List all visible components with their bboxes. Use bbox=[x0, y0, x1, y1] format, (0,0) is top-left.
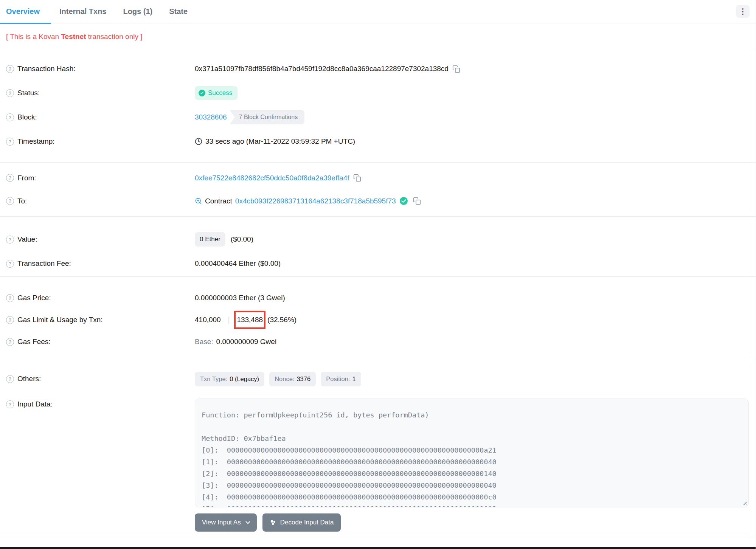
help-icon[interactable]: ? bbox=[6, 400, 14, 408]
help-icon[interactable]: ? bbox=[6, 294, 14, 302]
from-address-link[interactable]: 0xfee7522e8482682cf50ddc50a0f8da2a39effa… bbox=[195, 174, 349, 182]
to-row: ?To: Contract 0x4cb093f226983713164a6213… bbox=[0, 189, 756, 212]
help-icon[interactable]: ? bbox=[6, 260, 14, 268]
tab-overview[interactable]: Overview bbox=[0, 0, 51, 23]
gas-fees-row: ?Gas Fees: Base: 0.000000009 Gwei bbox=[0, 331, 756, 353]
timestamp-label: Timestamp: bbox=[17, 137, 55, 146]
testnet-notice: [ This is a Kovan Testnet transaction on… bbox=[6, 33, 750, 41]
gas-price-row: ?Gas Price: 0.000000003 Ether (3 Gwei) bbox=[0, 287, 756, 309]
value-usd: ($0.00) bbox=[231, 235, 253, 243]
tab-state[interactable]: State bbox=[161, 0, 196, 23]
help-icon[interactable]: ? bbox=[6, 197, 14, 205]
transaction-hash-value: 0x371a51097fb78df856f8b4a7bd459f192d8cc8… bbox=[195, 65, 449, 73]
copy-icon[interactable] bbox=[353, 174, 361, 182]
status-row: ?Status: Success bbox=[0, 81, 756, 105]
from-row: ?From: 0xfee7522e8482682cf50ddc50a0f8da2… bbox=[0, 166, 756, 189]
copy-icon[interactable] bbox=[413, 197, 421, 205]
testnet-notice-section: [ This is a Kovan Testnet transaction on… bbox=[0, 23, 756, 49]
from-label: From: bbox=[17, 174, 36, 182]
block-label: Block: bbox=[17, 113, 37, 121]
base-fee-label: Base: bbox=[195, 338, 213, 346]
input-data-row: ?Input Data: Function: performUpkeep(uin… bbox=[0, 399, 756, 532]
help-icon[interactable]: ? bbox=[6, 316, 14, 324]
txn-type-badge: Txn Type:0 (Legacy) bbox=[195, 372, 264, 386]
separator: | bbox=[228, 316, 230, 324]
others-label: Others: bbox=[17, 375, 41, 383]
help-icon[interactable]: ? bbox=[6, 65, 14, 73]
help-icon[interactable]: ? bbox=[6, 89, 14, 97]
block-number-link[interactable]: 30328606 bbox=[195, 113, 227, 121]
decode-icon bbox=[270, 519, 276, 526]
tab-bar: Overview Internal Txns Logs (1) State ⋮ bbox=[0, 0, 756, 23]
help-icon[interactable]: ? bbox=[6, 138, 14, 146]
timestamp-value: 33 secs ago (Mar-11-2022 03:59:32 PM +UT… bbox=[205, 137, 355, 146]
to-address-link[interactable]: 0x4cb093f226983713164a62138c3f718a5b595f… bbox=[235, 197, 396, 205]
section-hash-status-block-time: ?Transaction Hash: 0x371a51097fb78df856f… bbox=[0, 49, 756, 163]
value-row: ?Value: 0 Ether ($0.00) bbox=[0, 227, 756, 251]
help-icon[interactable]: ? bbox=[6, 338, 14, 346]
input-data-label: Input Data: bbox=[17, 400, 53, 408]
status-label: Status: bbox=[17, 89, 40, 97]
copy-icon[interactable] bbox=[452, 65, 460, 73]
section-value-fee: ?Value: 0 Ether ($0.00) ?Transaction Fee… bbox=[0, 217, 756, 277]
block-row: ?Block: 30328606 7 Block Confirmations bbox=[0, 105, 756, 129]
nonce-badge: Nonce:3376 bbox=[269, 372, 316, 386]
view-input-as-button[interactable]: View Input As bbox=[195, 513, 257, 532]
to-label: To: bbox=[17, 197, 27, 205]
bottom-edge-bar bbox=[0, 547, 756, 549]
section-others-input: ?Others: Txn Type:0 (Legacy) Nonce:3376 … bbox=[0, 358, 756, 538]
section-from-to: ?From: 0xfee7522e8482682cf50ddc50a0f8da2… bbox=[0, 163, 756, 217]
magnifier-plus-icon[interactable] bbox=[195, 197, 202, 205]
tab-logs[interactable]: Logs (1) bbox=[115, 0, 161, 23]
input-data-text: Function: performUpkeep(uint256 id, byte… bbox=[202, 409, 741, 507]
gas-used-value-highlighted: 133,488 bbox=[237, 316, 263, 324]
ether-value-badge: 0 Ether bbox=[195, 232, 225, 247]
transaction-fee-row: ?Transaction Fee: 0.000400464 Ether ($0.… bbox=[0, 251, 756, 276]
chevron-down-icon bbox=[245, 519, 250, 524]
help-icon[interactable]: ? bbox=[6, 236, 14, 243]
gas-price-value: 0.000000003 Ether (3 Gwei) bbox=[195, 294, 285, 302]
clock-icon bbox=[195, 138, 202, 145]
check-icon bbox=[199, 90, 205, 96]
transaction-fee-value: 0.000400464 Ether ($0.00) bbox=[195, 259, 281, 268]
tab-internal-txns[interactable]: Internal Txns bbox=[51, 0, 115, 23]
help-icon[interactable]: ? bbox=[6, 375, 14, 383]
status-badge: Success bbox=[195, 86, 238, 100]
resize-handle-icon[interactable] bbox=[742, 500, 747, 505]
gas-used-percent: (32.56%) bbox=[267, 316, 297, 324]
help-icon[interactable]: ? bbox=[6, 174, 14, 182]
timestamp-row: ?Timestamp: 33 secs ago (Mar-11-2022 03:… bbox=[0, 129, 756, 154]
others-row: ?Others: Txn Type:0 (Legacy) Nonce:3376 … bbox=[0, 368, 756, 390]
gas-limit-label: Gas Limit & Usage by Txn: bbox=[17, 316, 103, 324]
transaction-hash-row: ?Transaction Hash: 0x371a51097fb78df856f… bbox=[0, 57, 756, 81]
position-badge: Position:1 bbox=[321, 372, 361, 386]
kebab-menu-icon[interactable]: ⋮ bbox=[736, 5, 750, 18]
value-label: Value: bbox=[17, 235, 37, 243]
base-fee-value: 0.000000009 Gwei bbox=[216, 338, 277, 346]
contract-word: Contract bbox=[205, 197, 232, 205]
decode-input-data-button[interactable]: Decode Input Data bbox=[262, 513, 341, 532]
transaction-fee-label: Transaction Fee: bbox=[17, 259, 71, 268]
section-gas: ?Gas Price: 0.000000003 Ether (3 Gwei) ?… bbox=[0, 277, 756, 358]
transaction-hash-label: Transaction Hash: bbox=[17, 65, 75, 73]
gas-fees-label: Gas Fees: bbox=[17, 338, 51, 346]
verified-check-icon bbox=[400, 197, 408, 205]
gas-limit-value: 410,000 bbox=[195, 316, 221, 324]
input-data-box[interactable]: Function: performUpkeep(uint256 id, byte… bbox=[195, 399, 749, 507]
gas-limit-row: ?Gas Limit & Usage by Txn: 410,000 | 133… bbox=[0, 309, 756, 331]
help-icon[interactable]: ? bbox=[6, 113, 14, 121]
block-confirmations-badge: 7 Block Confirmations bbox=[230, 110, 305, 124]
gas-price-label: Gas Price: bbox=[17, 294, 51, 302]
input-data-buttons: View Input As Decode Input Data bbox=[195, 513, 756, 532]
